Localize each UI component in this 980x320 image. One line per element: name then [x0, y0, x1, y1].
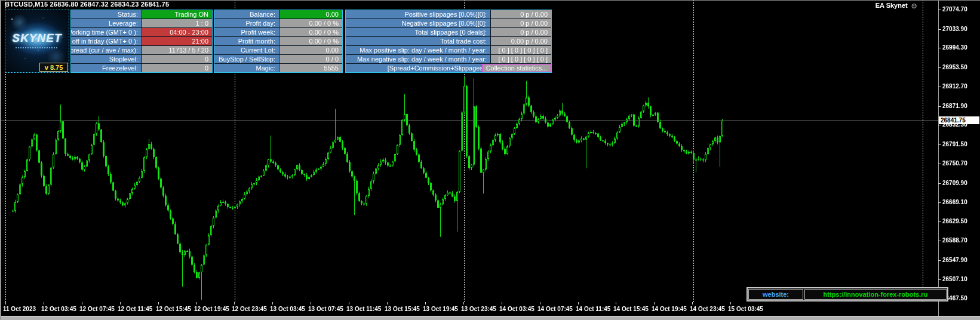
price-axis-label: 26709.90 — [942, 180, 967, 186]
time-axis-label: 13 Oct 23:45 — [461, 306, 496, 312]
price-axis-label: 26588.70 — [942, 237, 967, 244]
panel-row: Profit day:0.00 / 0 % — [214, 19, 342, 27]
panel-value: 0.00 / 0 % — [279, 28, 342, 36]
logo-tagline — [16, 47, 59, 48]
logo-title: SKYNET — [5, 32, 69, 45]
website-link[interactable]: https://innovation-forex-robots.ru — [804, 289, 947, 300]
panel-label: Stoplevel: — [71, 55, 142, 63]
price-axis-label: 26871.90 — [942, 103, 967, 109]
smiley-icon: ☺ — [910, 2, 918, 9]
panel-value: 0.00 p / 0.00 — [491, 37, 551, 45]
panel-column-slippages: Positive slippages [0.0%][0]:0 p / 0.00N… — [345, 10, 552, 73]
price-axis-label: 26953.50 — [942, 64, 967, 70]
panel-row: Total slippages [0 deals]:0 p / 0.00 — [346, 28, 551, 36]
panel-row: off in friday (GMT+ 0 ):21:00 — [71, 37, 212, 45]
panel-label: Freezelevel: — [71, 64, 142, 72]
terminal-window: BTCUSD,M15 26836.80 26847.32 26834.23 26… — [0, 0, 980, 320]
panel-label: Max positive slip: day / week / month / … — [346, 46, 490, 54]
panel-label: Status: — [71, 10, 142, 19]
panel-row: Profit month:0.00 / 0 % — [214, 37, 342, 45]
panel-label: Working time (GMT+ 0 ): — [71, 28, 142, 36]
panel-value: 0.00 — [279, 46, 342, 54]
panel-value: 0 p / 0.00 — [491, 19, 551, 27]
panel-row: Leverage:1 : 0 — [71, 19, 212, 27]
chart-symbol-title: BTCUSD,M15 26836.80 26847.32 26834.23 26… — [5, 1, 169, 8]
panel-label: Total slippages [0 deals]: — [346, 28, 490, 36]
time-axis-label: 12 Oct 23:45 — [232, 306, 267, 312]
time-axis-label: 14 Oct 15:45 — [613, 306, 649, 312]
website-label: website: — [748, 289, 803, 300]
time-axis-label: 14 Oct 19:45 — [652, 306, 687, 312]
ea-name-label: EA Skynet ☺ — [875, 2, 918, 9]
time-axis-label: 12 Oct 15:45 — [156, 306, 191, 312]
panel-label: Positive slippages [0.0%][0]: — [346, 10, 490, 19]
time-axis-label: 13 Oct 19:45 — [423, 306, 458, 312]
panel-value: 21:00 — [142, 37, 212, 45]
price-axis-label: 26547.90 — [942, 257, 967, 263]
time-axis-label: 13 Oct 11:45 — [346, 306, 381, 312]
panel-column-account: Balance:0.00Profit day:0.00 / 0 %Profit … — [214, 10, 343, 73]
time-axis-label: 13 Oct 15:45 — [385, 306, 420, 312]
version-badge: v 8.75 — [39, 63, 68, 72]
time-axis-label: 14 Oct 03:45 — [499, 306, 534, 312]
panel-label: Balance: — [214, 10, 279, 19]
panel-value: 11713 / 5 / 20 — [142, 46, 212, 54]
panel-row: BuyStop / SellStop:0 / 0 — [214, 55, 342, 63]
panel-label: Profit month: — [214, 37, 279, 45]
panel-value: 1 : 0 — [142, 19, 212, 27]
time-axis-label: 12 Oct 07:45 — [79, 306, 115, 312]
logo-stars — [11, 19, 13, 20]
price-axis-label: 26629.50 — [942, 218, 967, 224]
time-axis-label: 12 Oct 03:45 — [41, 306, 76, 312]
time-axis-label: 15 Oct 03:45 — [728, 306, 763, 312]
panel-value: 5555 — [279, 64, 342, 72]
panel-row: Status:Trading ON — [71, 10, 212, 19]
panel-label: Spread (cur / ave / max): — [71, 46, 142, 54]
time-axis-label: 14 Oct 23:45 — [690, 306, 725, 312]
panel-row: Positive slippages [0.0%][0]:0 p / 0.00 — [346, 10, 551, 19]
panel-label: Profit day: — [214, 19, 279, 27]
price-axis-label: 26750.70 — [942, 160, 967, 167]
panel-value: 0.00 — [279, 10, 342, 19]
panel-label: off in friday (GMT+ 0 ): — [71, 37, 142, 45]
time-axis-label: 14 Oct 07:45 — [537, 306, 573, 312]
time-axis-label: 14 Oct 11:45 — [576, 306, 610, 312]
website-bar: website: https://innovation-forex-robots… — [746, 287, 948, 301]
panel-value: [ 0 ] [ 0 ] [ 0 ] [ 0 ] — [491, 55, 551, 63]
panel-label: Total trade cost: — [346, 37, 490, 45]
price-axis-label: 26507.10 — [942, 276, 967, 282]
panel-label: Negative slippages [0.0%][0]: — [346, 19, 490, 27]
price-axis-label: 26791.50 — [942, 141, 967, 147]
panel-value: 04:00 - 23:00 — [142, 28, 212, 36]
panel-value: 0 p / 0.00 — [491, 10, 551, 19]
panel-value: [ 0 ] [ 0 ] [ 0 ] [ 0 ] — [491, 46, 551, 54]
panel-value: 0 — [142, 64, 212, 72]
time-axis-label: 13 Oct 07:45 — [308, 306, 343, 312]
price-axis-label: 26994.30 — [942, 44, 967, 51]
panel-label: [Spread+Commission+Slippages]: — [346, 64, 490, 72]
window-left-frame — [0, 0, 1, 320]
panel-label: Max negative slip: day / week / month / … — [346, 55, 490, 63]
panel-row: Balance:0.00 — [214, 10, 342, 19]
time-axis-label: 12 Oct 11:45 — [118, 306, 152, 312]
panel-value: 0.00 / 0 % — [279, 37, 342, 45]
panel-value: Trading ON — [142, 10, 212, 19]
time-axis-label: 11 Oct 2023 — [3, 306, 36, 312]
skynet-logo: SKYNET v 8.75 — [5, 10, 69, 73]
collection-statistics-button[interactable]: Collection statistics... — [482, 64, 551, 72]
ea-info-panel: SKYNET v 8.75 Status:Trading ONLeverage:… — [5, 10, 552, 73]
panel-row: Stoplevel:0 — [71, 55, 212, 63]
time-axis-label: 13 Oct 03:45 — [270, 306, 305, 312]
panel-row: Negative slippages [0.0%][0]:0 p / 0.00 — [346, 19, 551, 27]
panel-value: 0.00 / 0 % — [279, 19, 342, 27]
panel-row: Magic:5555 — [214, 64, 342, 72]
panel-row: Max positive slip: day / week / month / … — [346, 46, 551, 54]
panel-value: 0 / 0 — [279, 55, 342, 63]
price-axis-label: 26669.10 — [942, 199, 967, 205]
time-axis-label: 12 Oct 19:45 — [194, 306, 229, 312]
panel-row: Spread (cur / ave / max):11713 / 5 / 20 — [71, 46, 212, 54]
panel-row: Working time (GMT+ 0 ):04:00 - 23:00 — [71, 28, 212, 36]
price-axis-label: 26912.70 — [942, 83, 967, 90]
current-price-tag: 26841.75 — [939, 116, 979, 124]
panel-label: Magic: — [214, 64, 279, 72]
